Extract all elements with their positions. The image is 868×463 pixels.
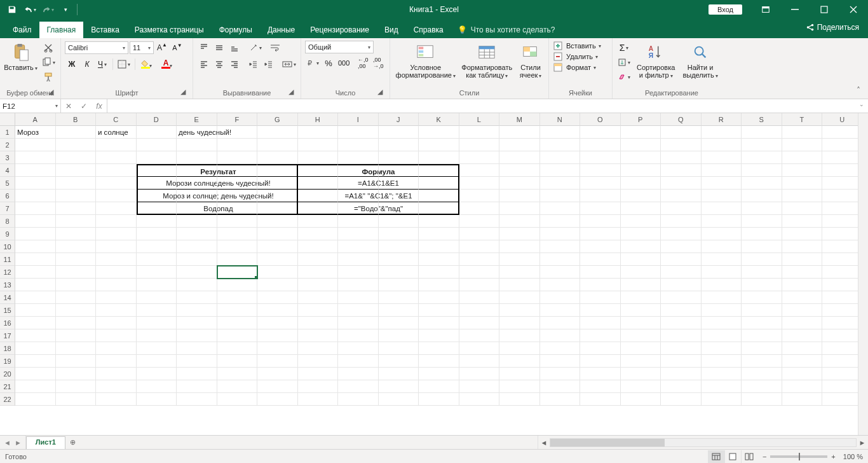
cell[interactable] <box>822 215 863 228</box>
cell[interactable] <box>580 380 621 393</box>
cell[interactable] <box>298 342 339 355</box>
find-select-button[interactable]: Найти и выделить▾ <box>680 41 720 81</box>
cell[interactable] <box>580 291 621 304</box>
column-header[interactable]: G <box>257 113 298 126</box>
cell[interactable]: и солнце <box>96 126 137 139</box>
cell[interactable] <box>96 317 137 329</box>
cell[interactable] <box>257 329 298 342</box>
cell[interactable] <box>540 266 581 279</box>
cell[interactable] <box>499 368 540 380</box>
cell[interactable] <box>177 329 217 342</box>
cell[interactable] <box>742 202 782 215</box>
cell[interactable] <box>96 253 137 266</box>
cell[interactable] <box>540 190 581 202</box>
cell[interactable]: =A1&" "&C1&"; "&E1 <box>298 190 339 202</box>
cell[interactable] <box>742 279 782 291</box>
cell[interactable] <box>540 240 581 253</box>
cell[interactable] <box>15 190 56 202</box>
cell[interactable] <box>217 177 258 190</box>
cell[interactable] <box>459 190 500 202</box>
decrease-indent-icon[interactable] <box>247 57 261 71</box>
collapse-ribbon-icon[interactable]: ˄ <box>853 85 864 96</box>
cell[interactable] <box>822 240 863 253</box>
cell[interactable] <box>702 393 742 406</box>
cell[interactable]: Морози солнцедень чудесный! <box>137 177 177 190</box>
cell[interactable] <box>177 253 217 266</box>
cell[interactable] <box>298 393 339 406</box>
cell[interactable] <box>782 355 823 368</box>
cell[interactable] <box>217 317 258 329</box>
merge-center-icon[interactable]: ▾ <box>281 57 297 71</box>
cell[interactable] <box>742 164 782 177</box>
cell[interactable] <box>298 355 339 368</box>
cell[interactable] <box>540 355 581 368</box>
cell[interactable] <box>661 190 702 202</box>
cell[interactable] <box>822 126 863 139</box>
cell[interactable] <box>580 126 621 139</box>
cell[interactable] <box>379 266 419 279</box>
cell[interactable] <box>137 228 177 240</box>
cell[interactable] <box>379 279 419 291</box>
cell[interactable] <box>499 279 540 291</box>
cell[interactable] <box>15 139 56 151</box>
cell[interactable] <box>459 329 500 342</box>
cell[interactable] <box>742 380 782 393</box>
cell[interactable] <box>621 164 661 177</box>
cell[interactable] <box>822 151 863 164</box>
cell[interactable] <box>419 228 459 240</box>
cell[interactable] <box>822 139 863 151</box>
cell[interactable] <box>661 342 702 355</box>
cell[interactable] <box>621 126 661 139</box>
cell[interactable] <box>379 355 419 368</box>
decrease-font-icon[interactable]: A▼ <box>170 41 184 55</box>
cell[interactable] <box>742 139 782 151</box>
cell[interactable] <box>257 151 298 164</box>
cell[interactable] <box>580 202 621 215</box>
cell[interactable] <box>96 342 137 355</box>
cell[interactable] <box>379 342 419 355</box>
cell[interactable] <box>15 202 56 215</box>
cell[interactable] <box>702 126 742 139</box>
cell[interactable] <box>742 215 782 228</box>
tab-view[interactable]: Вид <box>377 22 406 38</box>
cell[interactable] <box>419 317 459 329</box>
cell[interactable] <box>338 304 379 317</box>
sort-filter-button[interactable]: АЯ Сортировка и фильтр▾ <box>634 41 677 81</box>
cell[interactable] <box>137 304 177 317</box>
cell[interactable] <box>782 202 823 215</box>
cancel-icon[interactable]: ✕ <box>61 102 76 111</box>
cell[interactable] <box>742 317 782 329</box>
cell[interactable] <box>580 215 621 228</box>
launcher-icon[interactable]: ◢ <box>179 87 187 96</box>
cell[interactable] <box>137 393 177 406</box>
normal-view-icon[interactable] <box>708 450 724 463</box>
copy-icon[interactable]: ▾ <box>40 55 57 69</box>
cell[interactable] <box>742 368 782 380</box>
cell[interactable] <box>96 190 137 202</box>
cell[interactable] <box>702 380 742 393</box>
cell[interactable] <box>742 190 782 202</box>
cell[interactable] <box>742 304 782 317</box>
cell[interactable] <box>217 190 258 202</box>
cell[interactable] <box>499 215 540 228</box>
cell[interactable] <box>459 126 500 139</box>
row-header[interactable]: 21 <box>0 380 15 393</box>
vertical-scrollbar[interactable] <box>858 113 868 435</box>
cell[interactable] <box>742 329 782 342</box>
cell[interactable] <box>540 304 581 317</box>
cell[interactable] <box>419 279 459 291</box>
cell[interactable] <box>742 240 782 253</box>
cell[interactable] <box>782 291 823 304</box>
enter-icon[interactable]: ✓ <box>76 102 92 111</box>
cell[interactable] <box>499 240 540 253</box>
cell[interactable] <box>338 266 379 279</box>
cell[interactable] <box>459 368 500 380</box>
launcher-icon[interactable]: ◢ <box>376 87 384 96</box>
cell[interactable] <box>782 368 823 380</box>
undo-icon[interactable]: ▾ <box>22 2 38 17</box>
cell[interactable] <box>459 279 500 291</box>
cell[interactable] <box>177 342 217 355</box>
column-header[interactable]: L <box>459 113 500 126</box>
cell[interactable] <box>621 304 661 317</box>
scroll-right-icon[interactable]: ► <box>857 439 868 446</box>
